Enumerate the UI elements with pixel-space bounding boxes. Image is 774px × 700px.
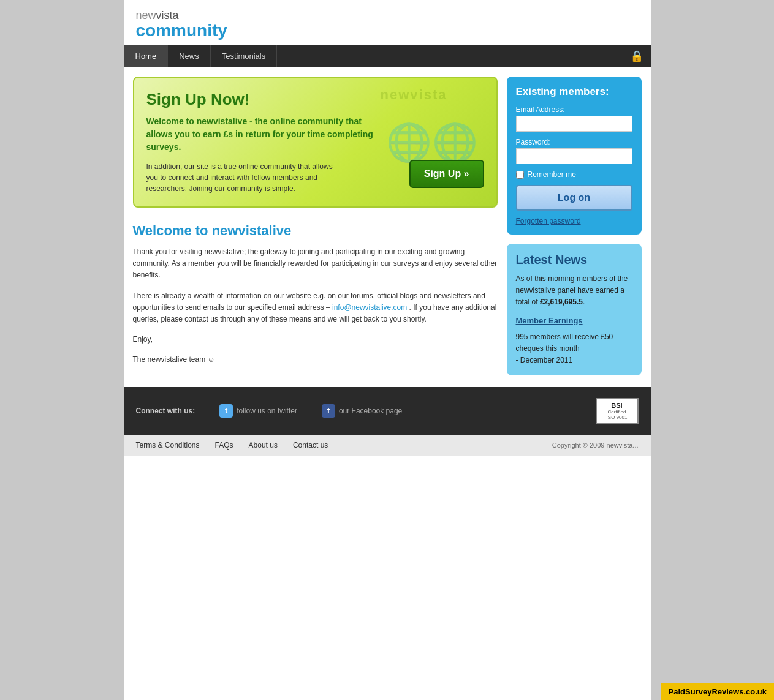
header: newvista community (124, 0, 651, 45)
paid-survey-badge[interactable]: PaidSurveyReviews.co.uk (661, 683, 774, 700)
news-sub-text: 995 members will receive £50 cheques thi… (516, 331, 632, 367)
password-label: Password: (516, 138, 632, 146)
logo-community: community (136, 22, 227, 39)
password-input[interactable] (516, 148, 632, 164)
members-title: Existing members: (516, 86, 632, 98)
members-box: Existing members: Email Address: Passwor… (507, 77, 642, 235)
nav-home[interactable]: Home (124, 45, 169, 67)
signup-subtitle: Welcome to newvistalive - the online com… (146, 115, 379, 154)
terms-link[interactable]: Terms & Conditions (136, 441, 200, 450)
footer-dark-inner: Connect with us: t follow us on twitter … (136, 398, 639, 424)
twitter-link[interactable]: t follow us on twitter (219, 404, 297, 418)
right-column: Existing members: Email Address: Passwor… (507, 77, 642, 378)
nav-news[interactable]: News (168, 45, 211, 67)
connect-label: Connect with us: (136, 407, 195, 415)
earnings-amount: £2,619,695.5 (540, 298, 583, 306)
footer-dark: Connect with us: t follow us on twitter … (124, 387, 651, 435)
news-body: As of this morning members of the newvis… (516, 273, 632, 309)
welcome-para2: There is already a wealth of information… (133, 290, 498, 326)
signup-box: newvista 🌐🌐 Sign Up Now! Welcome to newv… (133, 77, 498, 208)
left-column: newvista 🌐🌐 Sign Up Now! Welcome to newv… (133, 77, 498, 378)
nav-testimonials[interactable]: Testimonials (211, 45, 278, 67)
footer-links: Terms & Conditions FAQs About us Contact… (124, 435, 651, 456)
welcome-para1: Thank you for visiting newvistalive; the… (133, 246, 498, 282)
remember-row: Remember me (516, 170, 632, 179)
email-input[interactable] (516, 116, 632, 132)
main-area: newvista 🌐🌐 Sign Up Now! Welcome to newv… (124, 67, 651, 387)
welcome-signoff: Enjoy, (133, 334, 498, 345)
news-title: Latest News (516, 253, 632, 267)
facebook-link[interactable]: f our Facebook page (322, 404, 402, 418)
twitter-text: follow us on twitter (237, 407, 297, 415)
welcome-team: The newvistalive team ☺ (133, 354, 498, 366)
member-earnings-link[interactable]: Member Earnings (516, 316, 632, 325)
contact-link[interactable]: Contact us (293, 441, 328, 450)
email-label: Email Address: (516, 105, 632, 114)
lock-icon: 🔒 (630, 50, 643, 63)
logon-button[interactable]: Log on (516, 185, 632, 211)
logo-vista: vista (156, 9, 179, 21)
logo-new: new (136, 9, 156, 21)
copyright-text: Copyright © 2009 newvista... (552, 442, 639, 449)
facebook-icon: f (322, 404, 335, 418)
nav-bar: Home News Testimonials 🔒 (124, 45, 651, 67)
signup-description: In addition, our site is a true online c… (146, 161, 343, 194)
welcome-section: Welcome to newvistalive Thank you for vi… (133, 220, 498, 378)
signup-button[interactable]: Sign Up » (409, 160, 484, 188)
facebook-text: our Facebook page (339, 407, 402, 415)
faqs-link[interactable]: FAQs (215, 441, 233, 450)
latest-news-box: Latest News As of this morning members o… (507, 244, 642, 375)
about-link[interactable]: About us (249, 441, 278, 450)
twitter-icon: t (219, 404, 233, 418)
welcome-title: Welcome to newvistalive (133, 223, 498, 239)
globe-decoration: 🌐🌐 (386, 121, 478, 164)
logo: newvista community (136, 9, 639, 39)
bsi-badge: BSI Certified ISO 9001 (596, 398, 639, 424)
forgotten-password-link[interactable]: Forgotten password (516, 217, 632, 225)
watermark: newvista (381, 87, 447, 103)
welcome-email-link[interactable]: info@newvistalive.com (332, 303, 407, 312)
remember-checkbox[interactable] (516, 171, 524, 179)
remember-label: Remember me (528, 170, 576, 179)
